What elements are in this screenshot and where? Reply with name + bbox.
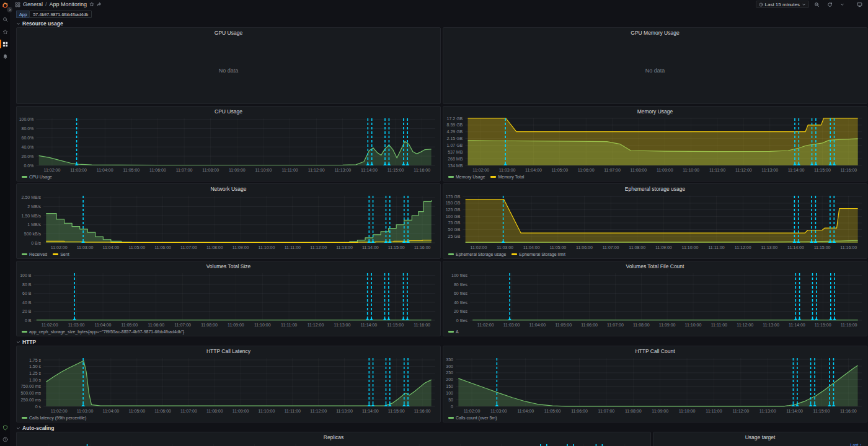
time-range-picker[interactable]: Last 15 minutes xyxy=(756,1,809,8)
panel-title-http-call-count[interactable]: HTTP Call Count xyxy=(443,346,867,356)
chart-network-usage[interactable]: 11:02:0011:03:0011:04:0011:05:0011:06:00… xyxy=(17,193,440,251)
dashboard-grid: Resource usageGPU UsageNo dataGPU Memory… xyxy=(10,20,868,446)
svg-text:11:06:00: 11:06:00 xyxy=(154,409,171,413)
svg-text:100: 100 xyxy=(446,391,453,395)
svg-text:11:04:00: 11:04:00 xyxy=(529,323,546,327)
sidebar-item-dashboards[interactable] xyxy=(0,40,10,48)
chart-ephemeral-storage-usage[interactable]: 11:02:0011:03:0011:04:0011:05:0011:06:00… xyxy=(443,193,867,251)
chart-volumes-total-size[interactable]: 11:02:0011:03:0011:04:0011:05:0011:06:00… xyxy=(17,271,440,328)
svg-text:125 GB: 125 GB xyxy=(446,208,461,212)
svg-text:11:09:00: 11:09:00 xyxy=(655,245,672,250)
svg-text:20 B: 20 B xyxy=(22,309,32,313)
svg-text:11:08:00: 11:08:00 xyxy=(625,409,642,413)
legend-item[interactable]: Memory Usage xyxy=(448,175,485,179)
sidebar-item-help[interactable] xyxy=(0,435,10,444)
sidebar-item-server-admin[interactable] xyxy=(0,423,10,432)
share-dashboard-icon[interactable] xyxy=(97,2,102,7)
svg-text:60.0%: 60.0% xyxy=(22,136,34,140)
search-icon xyxy=(2,17,8,22)
panel-title-volumes-total-file-count[interactable]: Volumes Total File Count xyxy=(443,261,867,271)
legend-series-label: Ephemeral Storage limit xyxy=(519,252,565,256)
svg-text:11:15:00: 11:15:00 xyxy=(388,245,405,250)
panel-title-ephemeral-storage-usage[interactable]: Ephemeral storage usage xyxy=(443,184,867,193)
legend-network-usage: ReceivedSent xyxy=(17,251,440,258)
panel-title-memory-usage[interactable]: Memory Usage xyxy=(443,107,867,116)
svg-text:11:05:00: 11:05:00 xyxy=(128,409,145,413)
svg-text:250: 250 xyxy=(446,370,453,375)
svg-text:11:13:00: 11:13:00 xyxy=(334,323,351,327)
variable-value-dropdown[interactable]: 57-4b97-9871-6fbb4fbad4db xyxy=(29,11,92,18)
panel-title-gpu-memory-usage[interactable]: GPU Memory Usage xyxy=(443,28,867,37)
legend-sort-header[interactable]: Last ↑ xyxy=(850,443,862,446)
sidebar-item-alerting[interactable] xyxy=(0,52,10,61)
time-range-label: Last 15 minutes xyxy=(765,2,800,7)
panel-title-volumes-total-size[interactable]: Volumes Total Size xyxy=(17,261,440,271)
svg-text:11:14:00: 11:14:00 xyxy=(361,168,378,172)
row-header-auto-scaling[interactable]: Auto-scaling xyxy=(16,424,867,432)
legend-item[interactable]: Received xyxy=(22,252,47,256)
legend-item[interactable]: Memory Total xyxy=(490,175,524,179)
svg-text:2.50 MB/s: 2.50 MB/s xyxy=(22,195,42,199)
svg-text:11:08:00: 11:08:00 xyxy=(206,245,223,250)
panel-memory-usage: Memory Usage11:02:0011:03:0011:04:0011:0… xyxy=(443,106,867,181)
panel-title-usage-target[interactable]: Usage target xyxy=(653,432,867,442)
svg-text:11:12:00: 11:12:00 xyxy=(310,245,327,250)
legend-series-label: Memory Total xyxy=(498,175,524,179)
legend-item[interactable]: Ephemeral Storage usage xyxy=(448,252,506,256)
chart-replicas[interactable]: 11:02:0011:03:0011:04:0011:05:0011:06:00… xyxy=(17,442,650,446)
panel-title-network-usage[interactable]: Network Usage xyxy=(17,184,440,193)
chart-http-call-latency[interactable]: 11:02:0011:03:0011:04:0011:05:0011:06:00… xyxy=(17,356,440,414)
panel-title-cpu-usage[interactable]: CPU Usage xyxy=(17,107,440,116)
svg-text:11:12:00: 11:12:00 xyxy=(735,245,751,250)
bell-icon xyxy=(2,54,8,59)
legend-item[interactable]: Ephemeral Storage limit xyxy=(512,252,565,256)
svg-text:11:03:00: 11:03:00 xyxy=(77,409,94,413)
svg-text:20 files: 20 files xyxy=(454,309,468,313)
svg-text:11:06:00: 11:06:00 xyxy=(576,245,593,250)
sidebar-expand-button[interactable] xyxy=(7,7,12,12)
row-header-resource-usage[interactable]: Resource usage xyxy=(16,20,867,27)
chart-memory-usage[interactable]: 11:02:0011:03:0011:04:0011:05:0011:06:00… xyxy=(443,116,867,173)
sidebar-item-starred[interactable] xyxy=(0,27,10,36)
svg-text:11:04:00: 11:04:00 xyxy=(103,245,120,250)
svg-text:11:02:00: 11:02:00 xyxy=(477,323,494,327)
chart-volumes-total-file-count[interactable]: 11:02:0011:03:0011:04:0011:05:0011:06:00… xyxy=(443,271,867,328)
svg-text:11:15:00: 11:15:00 xyxy=(388,168,404,172)
panel-title-gpu-usage[interactable]: GPU Usage xyxy=(17,28,440,37)
row-header-http[interactable]: HTTP xyxy=(16,338,867,346)
legend-series-label: Ephemeral Storage usage xyxy=(456,252,506,256)
breadcrumb-folder[interactable]: General xyxy=(23,1,43,7)
svg-text:300: 300 xyxy=(446,364,453,369)
legend-cpu-usage: CPU Usage xyxy=(17,173,440,181)
panel-body-replicas: 11:02:0011:03:0011:04:0011:05:0011:06:00… xyxy=(17,442,650,446)
svg-text:11:04:00: 11:04:00 xyxy=(525,168,542,172)
svg-text:11:11:00: 11:11:00 xyxy=(711,323,727,327)
kiosk-mode-button[interactable] xyxy=(854,1,865,8)
svg-text:11:02:00: 11:02:00 xyxy=(472,168,489,172)
refresh-interval-picker[interactable] xyxy=(838,1,847,8)
panel-title-replicas[interactable]: Replicas xyxy=(17,432,650,442)
svg-text:175 GB: 175 GB xyxy=(446,195,461,199)
sidebar-item-search[interactable] xyxy=(0,15,10,24)
star-dashboard-icon[interactable] xyxy=(89,2,94,7)
refresh-button[interactable] xyxy=(825,1,835,8)
chart-cpu-usage[interactable]: 11:02:0011:03:0011:04:0011:05:0011:06:00… xyxy=(17,116,440,173)
svg-text:268 MB: 268 MB xyxy=(448,157,463,161)
panel-title-http-call-latency[interactable]: HTTP Call Latency xyxy=(17,346,440,356)
zoom-out-button[interactable] xyxy=(812,1,822,8)
chevron-down-icon xyxy=(840,2,844,7)
svg-text:11:02:00: 11:02:00 xyxy=(42,323,58,327)
breadcrumb-title: App Monitoring xyxy=(50,1,87,7)
legend-item[interactable]: CPU Usage xyxy=(22,175,52,179)
svg-text:11:14:00: 11:14:00 xyxy=(786,409,803,413)
legend-item[interactable]: A xyxy=(448,330,459,334)
svg-text:11:10:00: 11:10:00 xyxy=(679,409,696,413)
legend-series-color xyxy=(448,176,454,178)
legend-item[interactable]: Calls latency (99th percentile) xyxy=(22,416,86,420)
svg-text:11:11:00: 11:11:00 xyxy=(281,323,297,327)
legend-item[interactable]: Sent xyxy=(53,252,69,256)
legend-item[interactable]: app_ceph_storage_size_bytes{app=~"7f9f55… xyxy=(22,330,184,334)
chart-http-call-count[interactable]: 11:02:0011:03:0011:04:0011:05:0011:06:00… xyxy=(443,356,867,414)
legend-item[interactable]: Calls count (over 5m) xyxy=(448,416,497,420)
svg-text:11:15:00: 11:15:00 xyxy=(388,409,405,413)
